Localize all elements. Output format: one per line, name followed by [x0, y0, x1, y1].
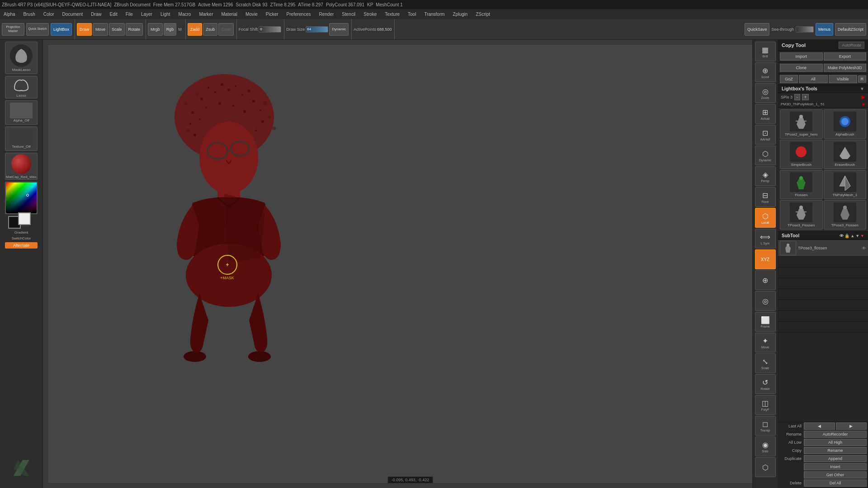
subtool-collapse[interactable]: ▼ — [860, 234, 864, 238]
append-btn[interactable]: Append — [804, 455, 867, 462]
background-color[interactable] — [18, 212, 31, 225]
menu-edit[interactable]: Edit — [108, 11, 119, 18]
zadd-btn[interactable]: Zadd — [188, 23, 203, 36]
transp-btn[interactable]: ◻ Transp — [755, 416, 776, 436]
color-picker[interactable] — [5, 182, 38, 214]
insert-btn[interactable]: Insert — [804, 463, 867, 470]
menu-light[interactable]: Light — [159, 11, 172, 18]
active-tool-preview[interactable]: MaskLasso — [5, 42, 38, 74]
menu-color[interactable]: Color — [42, 11, 56, 18]
move-btn[interactable]: Move — [93, 23, 108, 36]
menu-material[interactable]: Material — [220, 11, 240, 18]
last-all-right-btn[interactable]: ▶ — [836, 422, 867, 430]
spix-minus-btn[interactable]: - — [794, 94, 800, 100]
auto-route-btn[interactable]: AutoRoute — [839, 42, 864, 49]
material-selector[interactable]: MatCap_Red_Wax — [5, 153, 38, 180]
move-view-btn[interactable]: ✦ Move — [755, 333, 776, 352]
tpose-super-hero-card[interactable]: TPose2_super_hero — [780, 109, 823, 139]
get-other-btn[interactable]: Get Other — [804, 471, 867, 479]
menu-zplugin[interactable]: Zplugin — [451, 11, 470, 18]
r-btn[interactable]: R — [858, 75, 866, 83]
subtool-down-btn[interactable]: ▼ — [855, 234, 859, 238]
dynamic-btn[interactable]: Dynamic — [329, 23, 349, 36]
menu-stroke[interactable]: Stroke — [362, 11, 378, 18]
tpose3-flossen-card[interactable]: TPose3_Flossen — [824, 200, 867, 230]
3d-viewport[interactable]: +MASK -0.095, 0.493, -0.422 — [47, 44, 773, 483]
subtool-item-2[interactable] — [778, 267, 868, 278]
menu-stencil[interactable]: Stencil — [340, 11, 357, 18]
rgb-btn[interactable]: Rgb — [164, 23, 177, 36]
tpose3-super-card[interactable]: TPose3_Flossen — [780, 200, 823, 230]
menu-picker[interactable]: Picker — [264, 11, 280, 18]
rotate-view-btn[interactable]: ↺ Rotate — [755, 374, 776, 394]
snap-up-btn[interactable]: ⊕ — [755, 270, 776, 290]
subtool-eye-toggle[interactable]: 👁 — [840, 234, 844, 238]
menu-layer[interactable]: Layer — [139, 11, 154, 18]
spix-arrow[interactable]: ▶ — [861, 94, 865, 100]
subtool-item-1[interactable] — [778, 257, 868, 267]
subtool-item-7[interactable] — [778, 322, 868, 333]
subtool-item-3[interactable] — [778, 278, 868, 289]
subtool-eye-0[interactable]: 👁 — [862, 246, 866, 251]
see-through-slider[interactable] — [796, 26, 814, 33]
clone-btn[interactable]: Clone — [780, 64, 823, 72]
scale-btn[interactable]: Scale — [109, 23, 125, 36]
collapse-icon[interactable]: ▼ — [860, 86, 864, 91]
brill-btn[interactable]: ▦ Brill — [755, 42, 776, 61]
aahalf-btn[interactable]: ⊡ AAHalf — [755, 125, 776, 145]
local-btn[interactable]: ⬡ Local — [755, 208, 776, 228]
subtool-lock[interactable]: 🔒 — [844, 234, 849, 238]
copy-delete-btn[interactable]: Rename — [804, 447, 867, 454]
make-polymesh-btn[interactable]: Make PolyMesh3D — [824, 64, 867, 72]
menu-tool[interactable]: Tool — [406, 11, 418, 18]
solo-btn[interactable]: ◉ Solo — [755, 436, 776, 456]
menu-macro[interactable]: Macro — [177, 11, 193, 18]
dynamic-view-btn[interactable]: ⬡ Dynamic — [755, 145, 776, 165]
xyz-btn[interactable]: XYZ — [755, 249, 776, 269]
menu-preferences[interactable]: Preferences — [285, 11, 313, 18]
crust-btn[interactable]: Crust — [218, 23, 234, 36]
polyf-btn[interactable]: ◫ PolyF — [755, 395, 776, 415]
lasso-tool-btn[interactable]: Lasso — [5, 76, 38, 99]
menu-transform[interactable]: Transform — [422, 11, 446, 18]
alternate-button[interactable]: Alternate — [5, 242, 38, 249]
subtool-item-5[interactable] — [778, 300, 868, 311]
subtool-item-0[interactable]: TPose3_flossen 👁 — [778, 240, 868, 257]
menu-marker[interactable]: Marker — [197, 11, 215, 18]
menu-zscript[interactable]: ZScript — [474, 11, 492, 18]
draw-btn[interactable]: Draw — [77, 23, 92, 36]
all-btn[interactable]: All — [799, 75, 828, 83]
alpha-selector[interactable]: Alpha_Off — [5, 100, 38, 125]
tnpolymesh-card[interactable]: TNPolyMesh_1 — [824, 170, 867, 199]
export-btn[interactable]: Export — [824, 52, 867, 61]
draw-size-slider[interactable]: 64 — [306, 26, 328, 33]
floor-btn[interactable]: ⊟ Floor — [755, 187, 776, 207]
last-all-left-btn[interactable]: ◀ — [804, 422, 835, 430]
visible-btn[interactable]: Visible — [829, 75, 858, 83]
scroll-btn[interactable]: ⊕ Scroll — [755, 62, 776, 82]
menu-movie[interactable]: Movie — [244, 11, 259, 18]
pm3d-arrow[interactable]: ▶ — [863, 102, 865, 106]
lightbox-btn[interactable]: LightBox — [51, 23, 72, 36]
menu-render[interactable]: Render — [317, 11, 336, 18]
menus-btn[interactable]: Menus — [816, 23, 833, 36]
mrgb-btn[interactable]: Mrgb — [148, 23, 163, 36]
subtool-up-btn[interactable]: ▲ — [850, 234, 854, 238]
actual-btn[interactable]: ⊞ Actual — [755, 104, 776, 124]
spix-plus-btn[interactable]: + — [802, 94, 809, 100]
texture-selector[interactable]: Texture_Off — [5, 127, 38, 151]
simplebrush-card[interactable]: SimpleBrush — [780, 140, 823, 169]
snap-down-btn[interactable]: ◎ — [755, 291, 776, 311]
focal-shift-slider[interactable]: 0 — [259, 26, 281, 33]
menu-alpha[interactable]: Alpha — [2, 11, 17, 18]
alphabrush-card[interactable]: AlphaBrush — [824, 109, 867, 139]
menu-texture[interactable]: Texture — [383, 11, 401, 18]
viewport-area[interactable]: +MASK -0.095, 0.493, -0.422 — [43, 40, 778, 488]
lsym-btn[interactable]: ⟺ L Sym — [755, 229, 776, 249]
quick-sketch-btn[interactable]: Quick Sketch — [26, 23, 49, 36]
menu-brush[interactable]: Brush — [22, 11, 37, 18]
rotate-btn[interactable]: Rotate — [126, 23, 143, 36]
goz-btn[interactable]: GoZ — [780, 75, 798, 83]
default-zscript-btn[interactable]: DefaultZScript — [835, 23, 866, 36]
projection-master-btn[interactable]: Projection Master — [2, 23, 24, 36]
